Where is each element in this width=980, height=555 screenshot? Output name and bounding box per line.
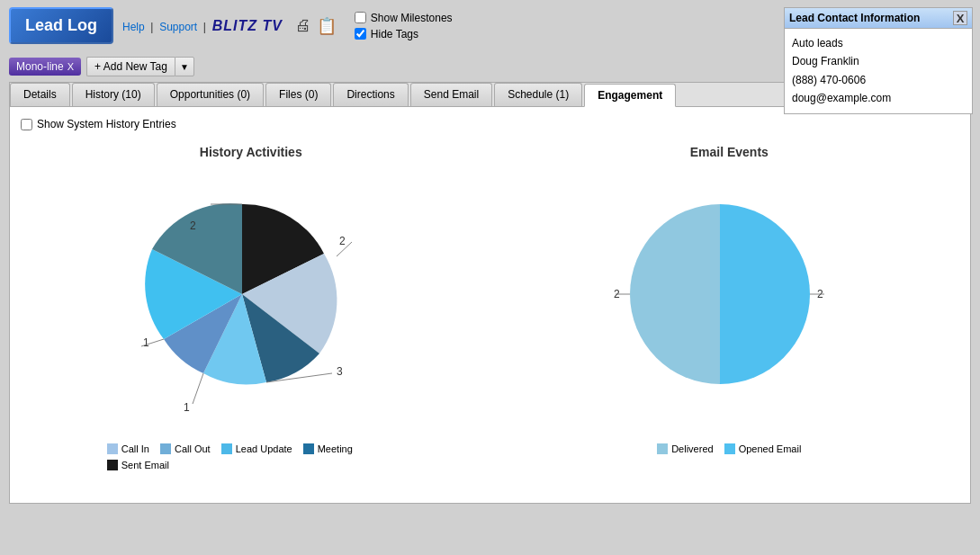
tab-engagement[interactable]: Engagement [584, 84, 676, 107]
email-pie-container: 2 2 [594, 177, 864, 429]
help-link[interactable]: Help [122, 21, 145, 33]
contact-phone: (888) 470-0606 [792, 71, 965, 89]
add-tag-dropdown-button[interactable]: ▼ [175, 57, 194, 76]
show-milestones-row: Show Milestones [355, 12, 453, 24]
email-legend: Delivered Opened Email [657, 443, 801, 454]
pie-label-2a: 2 [190, 219, 196, 232]
legend-sent-email-label: Sent Email [121, 460, 169, 470]
tab-directions[interactable]: Directions [333, 83, 408, 106]
pie-label-2b: 2 [339, 235, 346, 247]
history-pie-container: 2 2 1 1 3 [116, 177, 386, 429]
tag-close-button[interactable]: X [67, 61, 74, 72]
line-bottom-left [193, 373, 203, 404]
tab-send-email[interactable]: Send Email [410, 83, 492, 106]
tag-mono-line: Mono-line X [9, 58, 81, 76]
tab-files[interactable]: Files (0) [265, 83, 331, 106]
legend-opened-email: Opened Email [724, 443, 802, 454]
tag-label: Mono-line [16, 60, 64, 73]
contact-popup: Lead Contact Information X Auto leads Do… [784, 7, 973, 114]
pie-label-1b: 1 [184, 401, 190, 411]
legend-call-in-label: Call In [121, 443, 149, 454]
header-icon-group: 🖨 📋 [295, 16, 337, 36]
legend-meeting-color [303, 443, 314, 454]
show-milestones-label: Show Milestones [371, 12, 453, 24]
pie-label-3: 3 [337, 365, 343, 378]
legend-opened-email-color [724, 443, 735, 454]
history-chart-section: History Activities [21, 145, 481, 470]
header-links: Help | Support | BLITZ TV [122, 18, 283, 34]
add-tag-group: + Add New Tag ▼ [86, 57, 194, 76]
pie-label-1a: 1 [143, 336, 149, 349]
legend-delivered-color [657, 443, 668, 454]
tab-history[interactable]: History (10) [72, 83, 155, 106]
email-chart-section: Email Events 2 2 [499, 145, 960, 470]
main-area: Details History (10) Opportunities (0) F… [9, 82, 971, 504]
hide-tags-row: Hide Tags [355, 28, 453, 40]
show-milestones-checkbox[interactable] [355, 12, 366, 23]
copy-icon[interactable]: 📋 [317, 16, 337, 36]
legend-call-out-label: Call Out [175, 443, 211, 454]
contact-email: doug@example.com [792, 89, 965, 107]
header-checkboxes: Show Milestones Hide Tags [355, 12, 453, 40]
legend-meeting: Meeting [303, 443, 353, 454]
contact-popup-header: Lead Contact Information X [785, 8, 972, 29]
pie-delivered [630, 204, 720, 384]
legend-call-out: Call Out [160, 443, 211, 454]
system-history-row: Show System History Entries [21, 118, 959, 130]
history-legend: Call In Call Out Lead Update Meetin [107, 443, 395, 470]
tab-schedule[interactable]: Schedule (1) [494, 83, 582, 106]
hide-tags-checkbox[interactable] [355, 28, 366, 40]
legend-call-in-color [107, 443, 118, 454]
legend-lead-update: Lead Update [221, 443, 292, 454]
legend-delivered: Delivered [657, 443, 713, 454]
history-pie-chart: 2 2 1 1 3 [116, 177, 368, 411]
legend-call-out-color [160, 443, 171, 454]
charts-area: History Activities [21, 145, 959, 470]
contact-name: Doug Franklin [792, 52, 965, 70]
legend-meeting-label: Meeting [318, 443, 353, 454]
system-history-checkbox[interactable] [21, 119, 32, 130]
email-chart-title: Email Events [690, 145, 769, 159]
tab-opportunities[interactable]: Opportunities (0) [157, 83, 264, 106]
tab-details[interactable]: Details [10, 83, 70, 106]
email-pie-chart: 2 2 [594, 177, 846, 411]
legend-opened-email-label: Opened Email [739, 443, 802, 454]
history-chart-title: History Activities [200, 145, 302, 159]
legend-sent-email-color [107, 460, 118, 470]
system-history-label: Show System History Entries [37, 118, 176, 130]
hide-tags-label: Hide Tags [371, 28, 418, 40]
legend-lead-update-label: Lead Update [236, 443, 292, 454]
contact-popup-close-button[interactable]: X [953, 11, 967, 25]
support-link[interactable]: Support [159, 21, 197, 33]
legend-lead-update-color [221, 443, 232, 454]
contact-popup-body: Auto leads Doug Franklin (888) 470-0606 … [785, 29, 972, 113]
tab-content: Show System History Entries History Acti… [10, 107, 970, 503]
legend-delivered-label: Delivered [671, 443, 713, 454]
logo-button[interactable]: Lead Log [9, 7, 113, 44]
add-new-tag-button[interactable]: + Add New Tag [86, 57, 175, 76]
blitz-tv-logo: BLITZ TV [212, 18, 283, 33]
print-icon[interactable]: 🖨 [295, 16, 311, 36]
pie-opened [720, 204, 810, 384]
contact-company: Auto leads [792, 34, 965, 52]
contact-popup-title: Lead Contact Information [789, 12, 920, 24]
legend-sent-email: Sent Email [107, 460, 169, 470]
legend-call-in: Call In [107, 443, 149, 454]
